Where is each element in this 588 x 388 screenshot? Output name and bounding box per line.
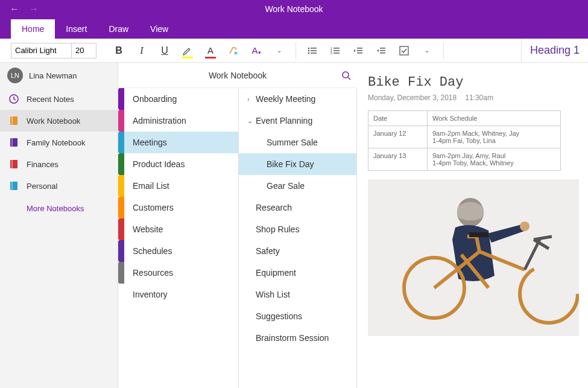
svg-rect-23 — [11, 138, 13, 147]
page-item[interactable]: ⌄Event Planning — [239, 110, 356, 132]
page-item[interactable]: Wish List — [239, 284, 356, 305]
more-paragraph-button[interactable]: ⌄ — [416, 39, 438, 63]
highlight-button[interactable] — [176, 39, 199, 63]
page-item[interactable]: Equipment — [239, 262, 356, 284]
section-item[interactable]: Resources — [124, 262, 238, 284]
svg-point-0 — [308, 47, 310, 49]
page-item[interactable]: Research — [239, 197, 356, 218]
page-title[interactable]: Bike Fix Day — [368, 75, 577, 90]
svg-rect-7 — [334, 48, 340, 49]
ribbon-tabs: Home Insert Draw View — [0, 18, 588, 39]
section-color-tab[interactable] — [118, 262, 124, 284]
tab-home[interactable]: Home — [11, 19, 55, 39]
table-header: Date — [368, 111, 428, 126]
svg-point-28 — [343, 72, 349, 78]
page-item[interactable]: Brainstorm Session — [239, 327, 356, 349]
page-item[interactable]: Safety — [239, 240, 356, 262]
styles-heading-button[interactable]: Heading 1 — [521, 39, 588, 63]
section-item[interactable]: Onboarding — [124, 88, 238, 110]
forward-button[interactable]: → — [29, 4, 39, 14]
section-color-tab[interactable] — [118, 88, 124, 110]
section-item[interactable]: Product Ideas — [124, 153, 238, 175]
table-cell[interactable]: 9am-2pm Jay, Amy, Raul1-4pm Toby, Mack, … — [428, 148, 561, 171]
svg-rect-27 — [11, 182, 13, 190]
numbering-button[interactable]: 123 — [324, 39, 347, 63]
section-color-tab[interactable] — [118, 132, 124, 153]
tab-draw[interactable]: Draw — [98, 19, 139, 39]
svg-rect-5 — [311, 52, 317, 54]
clear-formatting-button[interactable] — [222, 39, 245, 63]
section-item[interactable]: Administration — [124, 110, 238, 132]
bullets-button[interactable] — [301, 39, 324, 63]
section-item[interactable]: Inventory — [124, 284, 238, 305]
font-name-input[interactable] — [11, 43, 72, 58]
more-notebooks-link[interactable]: More Notebooks — [0, 197, 118, 213]
more-formatting-button[interactable]: ⌄ — [268, 39, 291, 63]
svg-rect-1 — [311, 48, 317, 49]
sidebar-item-label: Recent Notes — [27, 95, 74, 104]
page-item[interactable]: Bike Fix Day — [239, 153, 356, 175]
user-account-row[interactable]: LN Lina Newman — [0, 63, 118, 88]
sidebar-item-personal[interactable]: Personal — [0, 175, 118, 197]
bold-button[interactable]: B — [107, 39, 130, 63]
back-button[interactable]: ← — [10, 4, 19, 14]
avatar: LN — [7, 68, 23, 83]
format-painter-button[interactable]: A▾ — [245, 39, 268, 63]
sidebar-item-finances[interactable]: Finances — [0, 153, 118, 175]
section-color-tab[interactable] — [118, 218, 124, 240]
table-cell[interactable]: January 13 — [368, 148, 428, 171]
page-item-label: Wish List — [256, 290, 290, 299]
svg-rect-3 — [311, 50, 317, 51]
schedule-table[interactable]: Date Work Schedule January 129am-2pm Mac… — [368, 110, 561, 171]
search-icon[interactable] — [341, 71, 351, 80]
font-color-button[interactable]: A — [199, 39, 222, 63]
table-cell[interactable]: 9am-2pm Mack, Whitney, Jay1-4pm Fai, Tob… — [428, 126, 561, 148]
font-size-input[interactable] — [72, 43, 96, 58]
tab-insert[interactable]: Insert — [55, 19, 98, 39]
notebook-icon — [7, 136, 21, 149]
svg-rect-21 — [11, 116, 13, 125]
table-row[interactable]: January 129am-2pm Mack, Whitney, Jay1-4p… — [368, 126, 561, 148]
page-item-label: Event Planning — [256, 116, 312, 126]
todo-tag-button[interactable] — [393, 39, 416, 63]
page-canvas[interactable]: Bike Fix Day Monday, December 3, 201811:… — [357, 63, 588, 388]
section-color-tab[interactable] — [118, 153, 124, 175]
outdent-button[interactable] — [347, 39, 370, 63]
svg-rect-17 — [380, 52, 385, 54]
page-item[interactable]: ›Weekly Meeting — [239, 88, 356, 110]
table-cell[interactable]: January 12 — [368, 126, 428, 148]
section-color-tab[interactable] — [118, 240, 124, 262]
section-color-tab[interactable] — [118, 197, 124, 218]
user-name: Lina Newman — [29, 71, 77, 80]
section-color-tab[interactable] — [118, 175, 124, 197]
section-item[interactable]: Meetings — [124, 132, 238, 153]
chevron-icon: › — [247, 95, 256, 103]
underline-button[interactable]: U — [153, 39, 176, 63]
page-item[interactable]: Summer Sale — [239, 132, 356, 153]
sidebar-item-recent-notes[interactable]: Recent Notes — [0, 88, 118, 110]
page-item[interactable]: Shop Rules — [239, 218, 356, 240]
embedded-image[interactable] — [368, 179, 579, 336]
svg-rect-18 — [400, 46, 408, 55]
page-item[interactable]: Gear Sale — [239, 175, 356, 197]
ribbon: B I U A A▾ ⌄ 123 — [0, 39, 588, 63]
italic-button[interactable]: I — [130, 39, 153, 63]
notebook-sidebar: LN Lina Newman Recent NotesWork Notebook… — [0, 63, 118, 388]
section-item[interactable]: Website — [124, 218, 238, 240]
svg-rect-22 — [10, 138, 17, 147]
section-item[interactable]: Customers — [124, 197, 238, 218]
table-row[interactable]: January 139am-2pm Jay, Amy, Raul1-4pm To… — [368, 148, 561, 171]
sidebar-item-family-notebook[interactable]: Family Notebook — [0, 132, 118, 153]
page-item-label: Bike Fix Day — [267, 159, 314, 169]
tab-view[interactable]: View — [139, 19, 179, 39]
sidebar-item-label: Family Notebook — [27, 138, 86, 147]
page-item-label: Safety — [256, 246, 280, 256]
sidebar-item-work-notebook[interactable]: Work Notebook — [0, 110, 118, 132]
page-item[interactable]: Suggestions — [239, 305, 356, 327]
indent-button[interactable] — [370, 39, 393, 63]
section-item[interactable]: Schedules — [124, 240, 238, 262]
sidebar-item-label: Work Notebook — [27, 116, 80, 126]
section-item[interactable]: Email List — [124, 175, 238, 197]
section-color-tab[interactable] — [118, 110, 124, 132]
sidebar-item-label: Finances — [27, 160, 58, 169]
